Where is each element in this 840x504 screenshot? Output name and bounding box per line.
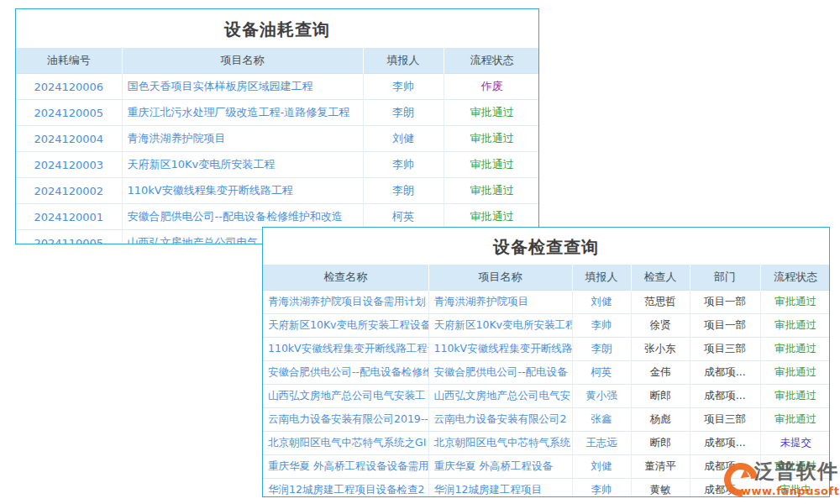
cell-reporter: 李帅 — [572, 314, 631, 338]
cell-inspector: 金伟 — [631, 361, 690, 385]
cell-status: 审批通过 — [760, 385, 830, 408]
column-header: 检查人 — [631, 265, 690, 291]
cell-status: 审批通过 — [760, 408, 830, 432]
cell-status: 审批通过 — [444, 100, 539, 126]
inspection-table-header-row: 检查名称项目名称填报人检查人部门流程状态 — [263, 265, 830, 291]
cell-project-name[interactable]: 天府新区10Kv变电所安装工程 — [122, 152, 363, 178]
table-row[interactable]: 青海洪湖养护院项目设备需用计划青海洪湖养护院项目刘健范思哲项目一部审批通过 — [263, 291, 830, 314]
cell-inspection-name[interactable]: 云南电力设备安装有限公司2019--: — [263, 408, 428, 432]
cell-reporter: 柯英 — [572, 361, 631, 385]
cell-reporter: 刘健 — [572, 291, 631, 314]
cell-reporter: 刘健 — [572, 455, 631, 479]
column-header: 项目名称 — [122, 48, 363, 74]
cell-status: 未提交 — [760, 432, 830, 455]
cell-department: 项目三部 — [690, 338, 760, 361]
cell-project-name[interactable]: 青海洪湖养护院项目 — [428, 291, 572, 314]
cell-project-name[interactable]: 安徽合肥供电公司--配电设备检修维护和改造 — [122, 204, 363, 230]
fuel-window-title: 设备油耗查询 — [16, 9, 538, 48]
column-header: 油耗编号 — [16, 48, 122, 74]
cell-reporter: 王志远 — [572, 432, 631, 455]
table-row[interactable]: 2024120003天府新区10Kv变电所安装工程李帅审批通过 — [16, 152, 539, 178]
cell-status: 审批通过 — [444, 152, 539, 178]
cell-status: 审批通过 — [760, 291, 830, 314]
cell-project-name[interactable]: 安徽合肥供电公司--配电设备 — [428, 361, 572, 385]
cell-inspection-name[interactable]: 青海洪湖养护院项目设备需用计划 — [263, 291, 428, 314]
cell-project-name[interactable]: 110kV安徽线程集变开断线路 — [428, 338, 572, 361]
vendor-watermark: 泛普软件 www.fanpusoft.com — [719, 454, 838, 501]
cell-status: 审批通过 — [760, 314, 830, 338]
column-header: 流程状态 — [444, 48, 539, 74]
column-header: 项目名称 — [428, 265, 572, 291]
cell-project-name[interactable]: 重庆江北污水处理厂级改造工程-道路修复工程 — [122, 100, 363, 126]
table-row[interactable]: 2024120005重庆江北污水处理厂级改造工程-道路修复工程李朗审批通过 — [16, 100, 539, 126]
cell-status: 审批通过 — [760, 338, 830, 361]
cell-project-name[interactable]: 华润12城房建工程项目 — [428, 479, 572, 498]
cell-reporter: 李帅 — [572, 479, 631, 498]
cell-inspector: 范思哲 — [631, 291, 690, 314]
cell-status: 作废 — [444, 74, 539, 100]
cell-department: 成都项... — [690, 432, 760, 455]
table-row[interactable]: 2024120002110kV安徽线程集变开断线路工程李朗审批通过 — [16, 178, 539, 204]
cell-inspection-name[interactable]: 重庆华夏 外高桥工程设备设备需用 — [263, 455, 428, 479]
cell-department: 项目一部 — [690, 291, 760, 314]
cell-status: 审批通过 — [444, 204, 539, 230]
cell-project-name[interactable]: 天府新区10Kv变电所安装工程 — [428, 314, 572, 338]
cell-fuel-id[interactable]: 2024120003 — [16, 152, 122, 178]
cell-project-name[interactable]: 北京朝阳区电气中芯特气系统 — [428, 432, 572, 455]
cell-status: 审批通过 — [444, 178, 539, 204]
cell-reporter: 张鑫 — [572, 408, 631, 432]
column-header: 检查名称 — [263, 265, 428, 291]
cell-fuel-id[interactable]: 2024120001 — [16, 204, 122, 230]
cell-department: 成都项... — [690, 361, 760, 385]
cell-reporter: 黄小强 — [572, 385, 631, 408]
table-row[interactable]: 110kV安徽线程集变开断线路工程计110kV安徽线程集变开断线路李朗张小东项目… — [263, 338, 830, 361]
table-row[interactable]: 天府新区10Kv变电所安装工程设备天府新区10Kv变电所安装工程李帅徐贤项目一部… — [263, 314, 830, 338]
cell-inspector: 黄敏 — [631, 479, 690, 498]
cell-project-name[interactable]: 110kV安徽线程集变开断线路工程 — [122, 178, 363, 204]
cell-inspector: 徐贤 — [631, 314, 690, 338]
table-row[interactable]: 北京朝阳区电气中芯特气系统之GI北京朝阳区电气中芯特气系统王志远断郎成都项...… — [263, 432, 830, 455]
column-header: 部门 — [690, 265, 760, 291]
fuel-query-window: 设备油耗查询 油耗编号项目名称填报人流程状态 2024120006国色天香项目实… — [15, 8, 539, 244]
cell-fuel-id[interactable]: 2024120004 — [16, 126, 122, 152]
cell-project-name[interactable]: 国色天香项目实体样板房区域园建工程 — [122, 74, 363, 100]
cell-project-name[interactable]: 云南电力设备安装有限公司2 — [428, 408, 572, 432]
column-header: 填报人 — [572, 265, 631, 291]
cell-inspection-name[interactable]: 北京朝阳区电气中芯特气系统之GI — [263, 432, 428, 455]
cell-inspector: 杨彪 — [631, 408, 690, 432]
cell-inspection-name[interactable]: 110kV安徽线程集变开断线路工程计 — [263, 338, 428, 361]
cell-project-name[interactable]: 重庆华夏 外高桥工程设备 — [428, 455, 572, 479]
cell-fuel-id[interactable]: 2024120005 — [16, 100, 122, 126]
cell-reporter: 李朗 — [363, 100, 444, 126]
cell-fuel-id[interactable]: 2024110005 — [16, 230, 122, 245]
cell-reporter: 李帅 — [363, 74, 444, 100]
table-row[interactable]: 云南电力设备安装有限公司2019--:云南电力设备安装有限公司2张鑫杨彪项目三部… — [263, 408, 830, 432]
inspection-window-title: 设备检查查询 — [263, 228, 829, 265]
table-row[interactable]: 2024120001安徽合肥供电公司--配电设备检修维护和改造柯英审批通过 — [16, 204, 539, 230]
fuel-table-header-row: 油耗编号项目名称填报人流程状态 — [16, 48, 539, 74]
cell-status: 审批通过 — [444, 126, 539, 152]
cell-inspector: 张小东 — [631, 338, 690, 361]
cell-fuel-id[interactable]: 2024120006 — [16, 74, 122, 100]
cell-reporter: 李朗 — [363, 178, 444, 204]
table-row[interactable]: 2024120004青海洪湖养护院项目刘健审批通过 — [16, 126, 539, 152]
table-row[interactable]: 安徽合肥供电公司--配电设备检修维安徽合肥供电公司--配电设备柯英金伟成都项..… — [263, 361, 830, 385]
table-row[interactable]: 2024120006国色天香项目实体样板房区域园建工程李帅作废 — [16, 74, 539, 100]
cell-inspection-name[interactable]: 华润12城房建工程项目设备检查2 — [263, 479, 428, 498]
table-row[interactable]: 山西弘文房地产总公司电气安装工山西弘文房地产总公司电气安黄小强断郎成都项...审… — [263, 385, 830, 408]
cell-inspection-name[interactable]: 山西弘文房地产总公司电气安装工 — [263, 385, 428, 408]
cell-reporter: 刘健 — [363, 126, 444, 152]
cell-inspector: 董清平 — [631, 455, 690, 479]
column-header: 流程状态 — [760, 265, 830, 291]
cell-department: 项目一部 — [690, 314, 760, 338]
watermark-url: www.fanpusoft.com — [741, 485, 840, 497]
cell-inspector: 断郎 — [631, 432, 690, 455]
cell-status: 审批通过 — [760, 361, 830, 385]
cell-inspection-name[interactable]: 天府新区10Kv变电所安装工程设备 — [263, 314, 428, 338]
cell-reporter: 李朗 — [572, 338, 631, 361]
cell-inspection-name[interactable]: 安徽合肥供电公司--配电设备检修维 — [263, 361, 428, 385]
cell-reporter: 柯英 — [363, 204, 444, 230]
cell-project-name[interactable]: 山西弘文房地产总公司电气安 — [428, 385, 572, 408]
cell-fuel-id[interactable]: 2024120002 — [16, 178, 122, 204]
cell-project-name[interactable]: 青海洪湖养护院项目 — [122, 126, 363, 152]
